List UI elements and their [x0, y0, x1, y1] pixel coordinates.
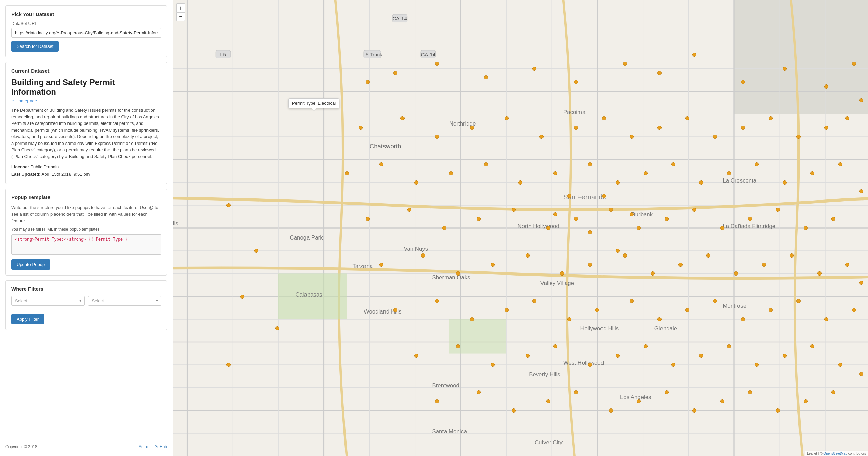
- map-dot[interactable]: [518, 180, 522, 185]
- map-dot[interactable]: [678, 263, 683, 267]
- map-dot[interactable]: [512, 208, 516, 212]
- map-dot[interactable]: [741, 80, 745, 84]
- map-dot[interactable]: [393, 71, 397, 75]
- filter-select-1[interactable]: Select...: [11, 296, 85, 306]
- map-dot[interactable]: [845, 263, 849, 267]
- zoom-out-button[interactable]: −: [176, 12, 185, 21]
- map-dot[interactable]: [845, 116, 849, 120]
- map-dot[interactable]: [623, 253, 627, 258]
- map-dot[interactable]: [644, 344, 648, 348]
- map-dot[interactable]: [414, 354, 418, 358]
- map-dot[interactable]: [421, 253, 425, 258]
- map-dot[interactable]: [435, 299, 439, 303]
- map-dot[interactable]: [657, 71, 662, 75]
- map-dot[interactable]: [449, 171, 453, 175]
- map-dot[interactable]: [671, 162, 675, 166]
- map-dot[interactable]: [359, 126, 363, 130]
- map-dot[interactable]: [505, 308, 509, 312]
- map-dot[interactable]: [783, 354, 787, 358]
- map-dot[interactable]: [435, 399, 439, 403]
- map-dot[interactable]: [553, 171, 557, 175]
- map-dot[interactable]: [630, 135, 634, 139]
- map-dot[interactable]: [616, 180, 620, 185]
- popup-template-textarea[interactable]: [11, 234, 161, 255]
- map-dot[interactable]: [817, 271, 822, 276]
- map-dot[interactable]: [275, 326, 279, 330]
- author-link[interactable]: Author: [139, 444, 151, 449]
- map-dot[interactable]: [755, 162, 759, 166]
- map-dot[interactable]: [532, 66, 536, 71]
- map-dot[interactable]: [407, 208, 411, 212]
- map-dot[interactable]: [539, 135, 544, 139]
- map-dot[interactable]: [553, 212, 557, 216]
- map-dot[interactable]: [692, 408, 696, 413]
- map-dot[interactable]: [685, 116, 689, 120]
- map-dot[interactable]: [734, 271, 738, 276]
- map-dot[interactable]: [810, 171, 814, 175]
- map-dot[interactable]: [477, 390, 481, 394]
- map-dot[interactable]: [741, 126, 745, 130]
- map-dot[interactable]: [810, 344, 814, 348]
- map-dot[interactable]: [414, 180, 418, 185]
- map-dot[interactable]: [470, 317, 474, 321]
- map-dot[interactable]: [630, 299, 634, 303]
- apply-filter-button[interactable]: Apply Filter: [11, 314, 44, 324]
- map-dot[interactable]: [783, 180, 787, 185]
- map-dot[interactable]: [852, 308, 856, 312]
- map-dot[interactable]: [609, 208, 613, 212]
- map-dot[interactable]: [574, 80, 578, 84]
- map-dot[interactable]: [226, 203, 231, 207]
- map-dot[interactable]: [567, 317, 571, 321]
- map-dot[interactable]: [831, 390, 835, 394]
- map-dot[interactable]: [824, 126, 828, 130]
- map-dot[interactable]: [477, 217, 481, 221]
- map-dot[interactable]: [442, 226, 446, 230]
- map-dot[interactable]: [470, 126, 474, 130]
- map-dot[interactable]: [685, 308, 689, 312]
- map-dot[interactable]: [588, 162, 592, 166]
- map-dot[interactable]: [616, 354, 620, 358]
- homepage-link[interactable]: Homepage: [11, 98, 37, 103]
- map-dot[interactable]: [609, 408, 613, 413]
- map-dot[interactable]: [546, 399, 550, 403]
- map-dot[interactable]: [456, 271, 460, 276]
- map-dot[interactable]: [720, 399, 724, 403]
- map-dot[interactable]: [776, 408, 780, 413]
- map-dot[interactable]: [859, 372, 863, 376]
- map-dot[interactable]: [859, 281, 863, 285]
- map-dot[interactable]: [783, 66, 787, 71]
- zoom-in-button[interactable]: +: [176, 3, 185, 12]
- map-dot[interactable]: [491, 263, 495, 267]
- map-dot[interactable]: [526, 354, 530, 358]
- map-dot[interactable]: [665, 390, 669, 394]
- map-dot[interactable]: [776, 208, 780, 212]
- map-dot[interactable]: [491, 363, 495, 367]
- map-dot[interactable]: [630, 212, 634, 216]
- map-dot[interactable]: [748, 390, 752, 394]
- search-dataset-button[interactable]: Search for Dataset: [11, 41, 59, 52]
- map-dot[interactable]: [532, 299, 536, 303]
- map-dot[interactable]: [671, 363, 675, 367]
- map-dot[interactable]: [637, 226, 641, 230]
- map-dot[interactable]: [790, 253, 794, 258]
- map-dot[interactable]: [804, 226, 808, 230]
- osm-link[interactable]: OpenStreetMap: [823, 452, 847, 455]
- map-dot[interactable]: [379, 162, 383, 166]
- map-dot[interactable]: [588, 263, 592, 267]
- map-dot[interactable]: [824, 317, 828, 321]
- map-dot[interactable]: [699, 180, 703, 185]
- map-dot[interactable]: [644, 171, 648, 175]
- map-dot[interactable]: [240, 294, 244, 299]
- map-dot[interactable]: [804, 399, 808, 403]
- map-dot[interactable]: [505, 116, 509, 120]
- map-dot[interactable]: [574, 217, 578, 221]
- map-dot[interactable]: [366, 217, 370, 221]
- map-dot[interactable]: [553, 344, 557, 348]
- map-dot[interactable]: [762, 263, 766, 267]
- map-dot[interactable]: [393, 308, 397, 312]
- map-dot[interactable]: [665, 217, 669, 221]
- map-dot[interactable]: [484, 75, 488, 79]
- map-dot[interactable]: [727, 344, 731, 348]
- filter-select-2[interactable]: Select...: [88, 296, 162, 306]
- map-dot[interactable]: [824, 84, 828, 89]
